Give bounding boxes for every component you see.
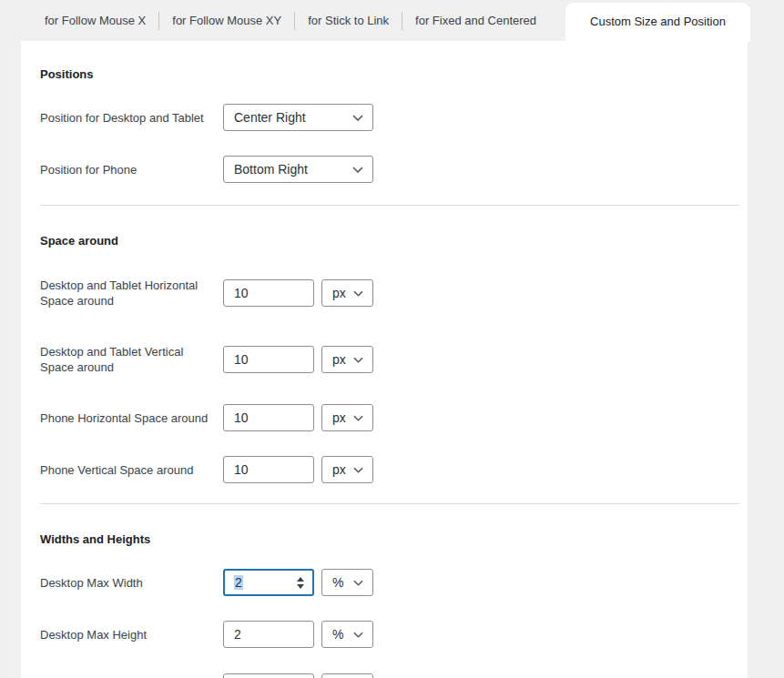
tab-for-follow-mouse-xy[interactable]: for Follow Mouse XY: [159, 0, 294, 41]
stepper-down-icon[interactable]: [297, 584, 304, 589]
desktop-max-height-input[interactable]: [223, 621, 314, 648]
field-row-phone-horizontal-space: Phone Horizontal Space around px: [40, 404, 748, 431]
section-heading-widths-heights: Widths and Heights: [40, 533, 748, 546]
field-row-position-phone: Position for Phone Bottom Right: [40, 156, 748, 183]
selected-option: %: [332, 627, 343, 642]
position-phone-select[interactable]: Bottom Right: [223, 156, 373, 183]
desktop-vertical-space-unit-select[interactable]: px: [321, 346, 373, 373]
chevron-down-icon: [352, 167, 363, 173]
field-row-desktop-vertical-space: Desktop and Tablet Vertical Space around…: [40, 344, 748, 375]
tab-for-fixed-and-centered[interactable]: for Fixed and Centered: [402, 0, 549, 41]
phone-horizontal-space-input[interactable]: [223, 404, 314, 431]
number-stepper[interactable]: [295, 575, 306, 591]
tab-for-stick-to-link[interactable]: for Stick to Link: [295, 0, 402, 41]
phone-vertical-space-input[interactable]: [223, 456, 314, 483]
selected-option: px: [332, 286, 346, 300]
phone-horizontal-space-unit-select[interactable]: px: [321, 404, 373, 431]
field-row-desktop-max-width: Desktop Max Width 2 %: [40, 569, 748, 596]
chevron-down-icon: [352, 115, 363, 121]
desktop-horizontal-space-input[interactable]: [223, 279, 314, 307]
desktop-horizontal-space-unit-select[interactable]: px: [321, 279, 373, 307]
field-label: Desktop and Tablet Horizontal Space arou…: [40, 278, 223, 309]
settings-tabbar: for Follow Mouse X for Follow Mouse XY f…: [0, 0, 784, 41]
chevron-down-icon: [353, 290, 363, 297]
partial-row-unit-select[interactable]: [321, 673, 373, 678]
field-label: Phone Horizontal Space around: [40, 410, 223, 426]
chevron-down-icon: [353, 357, 363, 363]
field-label: Desktop Max Width: [40, 575, 223, 591]
desktop-vertical-space-input[interactable]: [223, 346, 314, 373]
field-row-partial: [40, 673, 748, 678]
selected-option: Bottom Right: [234, 162, 308, 177]
field-label: Desktop Max Height: [40, 627, 223, 643]
desktop-max-height-unit-select[interactable]: %: [321, 621, 373, 648]
selected-option: %: [332, 575, 343, 590]
selected-input-text: 2: [234, 575, 243, 590]
section-divider: [40, 503, 739, 504]
desktop-max-width-input[interactable]: 2: [223, 569, 314, 596]
field-label: Position for Phone: [40, 162, 223, 177]
section-heading-space-around: Space around: [40, 235, 748, 248]
position-desktop-tablet-select[interactable]: Center Right: [223, 104, 373, 131]
stepper-up-icon[interactable]: [297, 577, 304, 582]
tab-panel-custom-size-and-position: Positions Position for Desktop and Table…: [21, 41, 748, 678]
selected-option: px: [332, 410, 346, 425]
section-heading-positions: Positions: [40, 68, 748, 81]
field-row-position-desktop-tablet: Position for Desktop and Tablet Center R…: [40, 104, 748, 131]
partial-row-input[interactable]: [223, 673, 314, 678]
chevron-down-icon: [353, 467, 363, 473]
field-label: Desktop and Tablet Vertical Space around: [40, 344, 223, 375]
selected-option: px: [332, 462, 346, 477]
chevron-down-icon: [353, 415, 363, 421]
chevron-down-icon: [353, 580, 363, 586]
chevron-down-icon: [353, 632, 363, 638]
phone-vertical-space-unit-select[interactable]: px: [321, 456, 373, 483]
desktop-max-width-unit-select[interactable]: %: [321, 569, 373, 596]
field-row-desktop-horizontal-space: Desktop and Tablet Horizontal Space arou…: [40, 278, 748, 309]
field-row-desktop-max-height: Desktop Max Height %: [40, 621, 748, 648]
selected-option: px: [332, 352, 346, 367]
field-label: Phone Vertical Space around: [40, 462, 223, 478]
field-row-phone-vertical-space: Phone Vertical Space around px: [40, 456, 748, 483]
tab-for-follow-mouse-x[interactable]: for Follow Mouse X: [32, 0, 158, 41]
field-label: Position for Desktop and Tablet: [40, 110, 223, 126]
section-divider: [40, 205, 739, 206]
selected-option: Center Right: [234, 110, 306, 125]
tab-custom-size-and-position[interactable]: Custom Size and Position: [565, 3, 750, 41]
